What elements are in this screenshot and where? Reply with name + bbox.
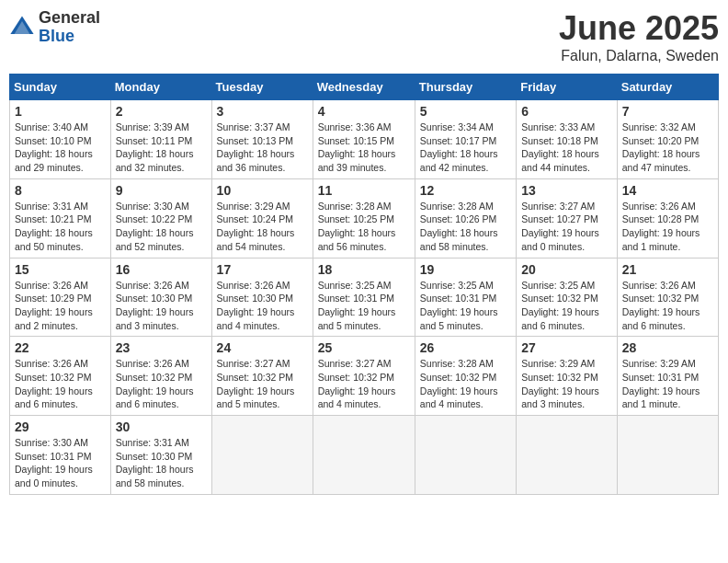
day-cell: 8Sunrise: 3:31 AM Sunset: 10:21 PM Dayli… [10, 178, 111, 258]
logo-text: General Blue [39, 9, 100, 46]
day-number: 26 [420, 340, 511, 355]
day-info: Sunrise: 3:26 AM Sunset: 10:32 PM Daylig… [622, 279, 713, 333]
week-row-2: 8Sunrise: 3:31 AM Sunset: 10:21 PM Dayli… [10, 178, 719, 258]
day-number: 20 [521, 262, 612, 277]
day-info: Sunrise: 3:40 AM Sunset: 10:10 PM Daylig… [15, 121, 106, 175]
day-info: Sunrise: 3:29 AM Sunset: 10:24 PM Daylig… [217, 200, 308, 254]
week-row-3: 15Sunrise: 3:26 AM Sunset: 10:29 PM Dayl… [10, 258, 719, 337]
location-title: Falun, Dalarna, Sweden [559, 48, 719, 64]
day-number: 6 [521, 104, 612, 119]
day-cell: 23Sunrise: 3:26 AM Sunset: 10:32 PM Dayl… [110, 337, 211, 416]
day-info: Sunrise: 3:37 AM Sunset: 10:13 PM Daylig… [217, 121, 308, 175]
day-info: Sunrise: 3:27 AM Sunset: 10:32 PM Daylig… [318, 357, 410, 411]
day-number: 23 [116, 340, 207, 355]
day-cell: 17Sunrise: 3:26 AM Sunset: 10:30 PM Dayl… [211, 258, 313, 337]
day-number: 24 [217, 340, 308, 355]
day-number: 15 [15, 262, 106, 277]
day-number: 16 [116, 262, 207, 277]
day-header-tuesday: Tuesday [211, 75, 313, 100]
day-cell [313, 416, 415, 495]
day-cell: 25Sunrise: 3:27 AM Sunset: 10:32 PM Dayl… [313, 337, 415, 416]
day-cell: 3Sunrise: 3:37 AM Sunset: 10:13 PM Dayli… [211, 100, 313, 179]
day-number: 19 [420, 262, 511, 277]
month-title: June 2025 [559, 9, 719, 48]
day-number: 3 [217, 104, 308, 119]
day-info: Sunrise: 3:28 AM Sunset: 10:25 PM Daylig… [318, 200, 410, 254]
day-info: Sunrise: 3:25 AM Sunset: 10:32 PM Daylig… [521, 279, 612, 333]
calendar: SundayMondayTuesdayWednesdayThursdayFrid… [9, 74, 719, 495]
day-cell [517, 416, 618, 495]
day-info: Sunrise: 3:31 AM Sunset: 10:30 PM Daylig… [116, 436, 207, 490]
day-info: Sunrise: 3:32 AM Sunset: 10:20 PM Daylig… [622, 121, 713, 175]
day-info: Sunrise: 3:26 AM Sunset: 10:30 PM Daylig… [217, 279, 308, 333]
day-header-sunday: Sunday [10, 75, 111, 100]
logo-general: General [39, 9, 100, 28]
day-cell: 5Sunrise: 3:34 AM Sunset: 10:17 PM Dayli… [415, 100, 516, 179]
day-number: 18 [318, 262, 410, 277]
day-cell: 13Sunrise: 3:27 AM Sunset: 10:27 PM Dayl… [517, 178, 618, 258]
day-info: Sunrise: 3:26 AM Sunset: 10:32 PM Daylig… [15, 357, 106, 411]
day-number: 1 [15, 104, 106, 119]
day-number: 10 [217, 183, 308, 198]
day-header-monday: Monday [110, 75, 211, 100]
day-info: Sunrise: 3:27 AM Sunset: 10:27 PM Daylig… [521, 200, 612, 254]
day-info: Sunrise: 3:25 AM Sunset: 10:31 PM Daylig… [420, 279, 511, 333]
day-info: Sunrise: 3:30 AM Sunset: 10:31 PM Daylig… [15, 436, 106, 490]
day-cell: 7Sunrise: 3:32 AM Sunset: 10:20 PM Dayli… [617, 100, 718, 179]
day-info: Sunrise: 3:34 AM Sunset: 10:17 PM Daylig… [420, 121, 511, 175]
logo: General Blue [9, 9, 100, 46]
day-number: 28 [622, 340, 713, 355]
day-number: 17 [217, 262, 308, 277]
day-number: 21 [622, 262, 713, 277]
week-row-4: 22Sunrise: 3:26 AM Sunset: 10:32 PM Dayl… [10, 337, 719, 416]
day-number: 8 [15, 183, 106, 198]
day-cell: 28Sunrise: 3:29 AM Sunset: 10:31 PM Dayl… [617, 337, 718, 416]
day-number: 5 [420, 104, 511, 119]
day-cell: 30Sunrise: 3:31 AM Sunset: 10:30 PM Dayl… [110, 416, 211, 495]
day-header-saturday: Saturday [617, 75, 718, 100]
day-cell: 29Sunrise: 3:30 AM Sunset: 10:31 PM Dayl… [10, 416, 111, 495]
day-cell: 22Sunrise: 3:26 AM Sunset: 10:32 PM Dayl… [10, 337, 111, 416]
day-number: 27 [521, 340, 612, 355]
day-cell: 4Sunrise: 3:36 AM Sunset: 10:15 PM Dayli… [313, 100, 415, 179]
day-header-wednesday: Wednesday [313, 75, 415, 100]
day-info: Sunrise: 3:36 AM Sunset: 10:15 PM Daylig… [318, 121, 410, 175]
logo-blue: Blue [39, 28, 100, 46]
day-info: Sunrise: 3:26 AM Sunset: 10:28 PM Daylig… [622, 200, 713, 254]
day-cell: 20Sunrise: 3:25 AM Sunset: 10:32 PM Dayl… [517, 258, 618, 337]
header-row: SundayMondayTuesdayWednesdayThursdayFrid… [10, 75, 719, 100]
day-info: Sunrise: 3:29 AM Sunset: 10:31 PM Daylig… [622, 357, 713, 411]
day-number: 4 [318, 104, 410, 119]
day-number: 12 [420, 183, 511, 198]
day-number: 13 [521, 183, 612, 198]
day-cell: 9Sunrise: 3:30 AM Sunset: 10:22 PM Dayli… [110, 178, 211, 258]
week-row-1: 1Sunrise: 3:40 AM Sunset: 10:10 PM Dayli… [10, 100, 719, 179]
day-number: 11 [318, 183, 410, 198]
day-number: 29 [15, 419, 106, 434]
day-number: 22 [15, 340, 106, 355]
day-cell [211, 416, 313, 495]
day-cell: 16Sunrise: 3:26 AM Sunset: 10:30 PM Dayl… [110, 258, 211, 337]
day-cell: 24Sunrise: 3:27 AM Sunset: 10:32 PM Dayl… [211, 337, 313, 416]
day-info: Sunrise: 3:39 AM Sunset: 10:11 PM Daylig… [116, 121, 207, 175]
day-info: Sunrise: 3:25 AM Sunset: 10:31 PM Daylig… [318, 279, 410, 333]
day-number: 2 [116, 104, 207, 119]
week-row-5: 29Sunrise: 3:30 AM Sunset: 10:31 PM Dayl… [10, 416, 719, 495]
day-info: Sunrise: 3:28 AM Sunset: 10:26 PM Daylig… [420, 200, 511, 254]
day-cell: 21Sunrise: 3:26 AM Sunset: 10:32 PM Dayl… [617, 258, 718, 337]
day-info: Sunrise: 3:29 AM Sunset: 10:32 PM Daylig… [521, 357, 612, 411]
day-cell: 1Sunrise: 3:40 AM Sunset: 10:10 PM Dayli… [10, 100, 111, 179]
page-header: General Blue June 2025 Falun, Dalarna, S… [9, 9, 719, 64]
day-cell [415, 416, 516, 495]
day-cell: 14Sunrise: 3:26 AM Sunset: 10:28 PM Dayl… [617, 178, 718, 258]
day-cell: 2Sunrise: 3:39 AM Sunset: 10:11 PM Dayli… [110, 100, 211, 179]
day-cell: 19Sunrise: 3:25 AM Sunset: 10:31 PM Dayl… [415, 258, 516, 337]
day-info: Sunrise: 3:31 AM Sunset: 10:21 PM Daylig… [15, 200, 106, 254]
day-info: Sunrise: 3:28 AM Sunset: 10:32 PM Daylig… [420, 357, 511, 411]
day-info: Sunrise: 3:27 AM Sunset: 10:32 PM Daylig… [217, 357, 308, 411]
day-info: Sunrise: 3:30 AM Sunset: 10:22 PM Daylig… [116, 200, 207, 254]
logo-icon [9, 15, 35, 40]
day-cell: 18Sunrise: 3:25 AM Sunset: 10:31 PM Dayl… [313, 258, 415, 337]
day-info: Sunrise: 3:26 AM Sunset: 10:30 PM Daylig… [116, 279, 207, 333]
day-number: 9 [116, 183, 207, 198]
